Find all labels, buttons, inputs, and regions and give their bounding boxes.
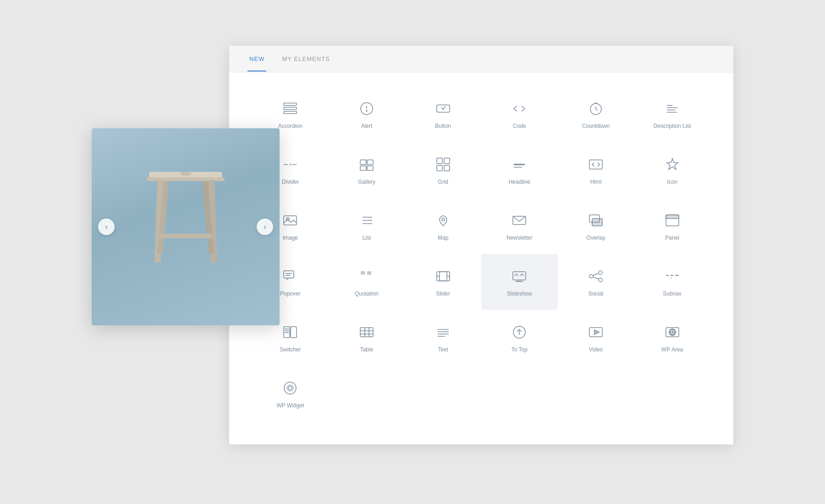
slideshow-label: Slideshow [507, 290, 532, 297]
element-gallery[interactable]: Gallery [329, 142, 405, 198]
svg-rect-9 [284, 107, 297, 110]
element-to-top[interactable]: To Top [481, 310, 558, 366]
svg-point-61 [517, 281, 518, 282]
tab-my-elements[interactable]: MY ELEMENTS [280, 47, 331, 71]
svg-point-7 [180, 171, 191, 176]
countdown-label: Countdown [582, 123, 610, 129]
element-social[interactable]: Social [558, 254, 634, 310]
subnav-label: Subnav [663, 290, 682, 297]
tab-bar: NEW MY ELEMENTS [229, 46, 733, 72]
element-headline[interactable]: Headline [481, 142, 558, 198]
social-icon [586, 267, 605, 286]
element-text[interactable]: Text [405, 310, 481, 366]
svg-rect-49 [666, 215, 679, 219]
to-top-icon [510, 323, 529, 342]
svg-point-97 [284, 382, 296, 394]
element-map[interactable]: Map [405, 198, 481, 254]
svg-rect-10 [284, 111, 297, 114]
svg-rect-25 [367, 160, 373, 164]
headline-icon [510, 155, 529, 174]
popover-icon [280, 267, 300, 286]
svg-rect-8 [284, 103, 297, 105]
text-icon [434, 323, 453, 342]
slider-label: Slider [436, 290, 450, 297]
svg-rect-78 [360, 328, 373, 337]
stool-image [92, 128, 280, 325]
svg-text:": " [367, 269, 371, 283]
element-video[interactable]: Video [558, 310, 634, 366]
svg-point-63 [521, 281, 522, 282]
list-icon [357, 211, 376, 230]
slideshow-icon [510, 267, 529, 286]
element-quotation[interactable]: "" Quotation [329, 254, 405, 310]
svg-point-66 [599, 278, 602, 282]
svg-line-67 [593, 274, 599, 275]
social-label: Social [588, 290, 604, 297]
next-icon: › [264, 223, 266, 230]
element-wp-area[interactable]: WP Area [634, 310, 710, 366]
svg-rect-50 [284, 271, 294, 278]
prev-button[interactable]: ‹ [98, 219, 115, 235]
svg-line-68 [593, 277, 599, 279]
element-list[interactable]: List [329, 198, 405, 254]
accordion-icon [280, 99, 300, 118]
svg-rect-26 [360, 166, 366, 170]
quotation-label: Quotation [355, 290, 379, 297]
wp-area-label: WP Area [661, 346, 683, 353]
svg-rect-74 [291, 327, 297, 338]
element-alert[interactable]: Alert [329, 86, 405, 142]
grid-label: Grid [438, 179, 448, 185]
elements-panel: NEW MY ELEMENTS Accordion Alert [229, 46, 733, 444]
newsletter-label: Newsletter [506, 235, 533, 241]
description-list-label: Description List [654, 123, 691, 129]
element-html[interactable]: Html [558, 142, 634, 198]
svg-rect-58 [440, 272, 447, 281]
to-top-label: To Top [512, 346, 528, 353]
element-table[interactable]: Table [329, 310, 405, 366]
elements-grid: Accordion Alert Button [229, 72, 733, 435]
code-label: Code [513, 123, 526, 129]
accordion-label: Accordion [278, 123, 302, 129]
svg-point-13 [366, 110, 367, 111]
gallery-label: Gallery [358, 179, 375, 185]
svg-rect-73 [284, 327, 290, 338]
svg-rect-27 [367, 166, 373, 170]
element-code[interactable]: Code [481, 86, 558, 142]
preview-card: ‹ › [92, 128, 280, 325]
divider-label: Divider [282, 179, 299, 185]
alert-label: Alert [361, 123, 373, 129]
element-slider[interactable]: Slider [405, 254, 481, 310]
element-icon[interactable]: Icon [634, 142, 710, 198]
svg-marker-90 [594, 330, 599, 334]
wp-widget-icon [280, 378, 300, 398]
element-button[interactable]: Button [405, 86, 481, 142]
element-description-list[interactable]: Description List [634, 86, 710, 142]
element-newsletter[interactable]: Newsletter [481, 198, 558, 254]
next-button[interactable]: › [257, 219, 273, 235]
map-label: Map [438, 235, 448, 241]
overlay-label: Overlay [586, 235, 605, 241]
svg-rect-24 [360, 160, 366, 164]
element-wp-widget[interactable]: WP Widget [252, 366, 329, 422]
element-subnav[interactable]: Subnav [634, 254, 710, 310]
html-label: Html [590, 179, 602, 185]
newsletter-icon [510, 211, 529, 230]
divider-icon: × [280, 155, 300, 174]
main-container: ‹ › NEW MY ELEMENTS Accordion [92, 46, 733, 458]
element-countdown[interactable]: Countdown [558, 86, 634, 142]
headline-label: Headline [509, 179, 530, 185]
icon-icon [663, 155, 682, 174]
element-slideshow[interactable]: Slideshow [481, 254, 558, 310]
code-icon [510, 99, 529, 118]
description-list-icon [663, 99, 682, 118]
tab-new[interactable]: NEW [248, 47, 266, 71]
panel-icon [663, 211, 682, 230]
icon-label: Icon [667, 179, 677, 185]
element-overlay[interactable]: Overlay [558, 198, 634, 254]
element-grid[interactable]: Grid [405, 142, 481, 198]
map-icon [434, 211, 453, 230]
switcher-icon [280, 323, 300, 342]
subnav-icon [663, 267, 682, 286]
element-panel[interactable]: Panel [634, 198, 710, 254]
svg-rect-31 [444, 165, 450, 171]
